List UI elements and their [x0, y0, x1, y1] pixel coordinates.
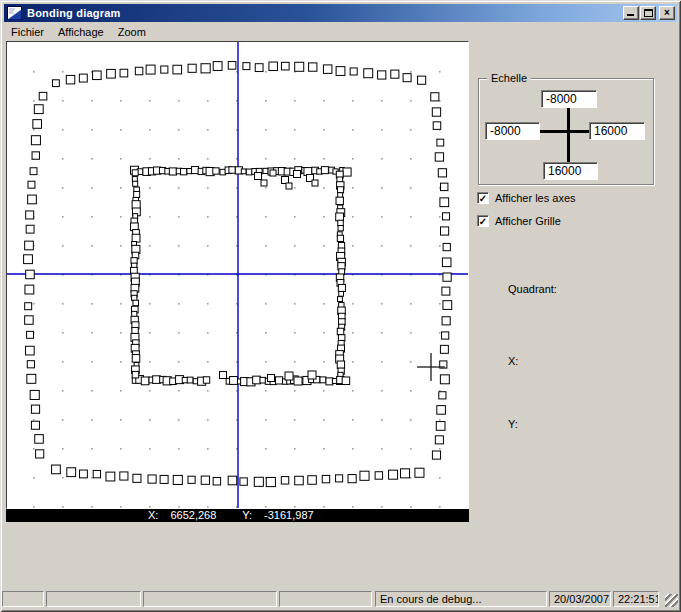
- coord-x-label: X:: [148, 509, 158, 522]
- scale-left-field[interactable]: [485, 122, 540, 140]
- maximize-button[interactable]: [640, 6, 656, 20]
- minimize-icon: [627, 14, 634, 16]
- close-icon: ×: [664, 8, 670, 18]
- menu-bar: Fichier Affichage Zoom: [4, 23, 677, 41]
- menu-affichage[interactable]: Affichage: [51, 24, 111, 40]
- show-axes-label: Afficher les axes: [495, 192, 576, 204]
- scale-right-field[interactable]: [589, 122, 645, 140]
- resize-grip-icon[interactable]: [665, 594, 678, 607]
- scale-cross-icon: [567, 108, 570, 163]
- status-message: En cours de debug...: [375, 591, 547, 607]
- show-grid-option[interactable]: ✓ Afficher Grille: [477, 215, 561, 227]
- show-axes-checkbox[interactable]: ✓: [477, 192, 489, 204]
- scale-groupbox-title: Echelle: [487, 72, 531, 84]
- scale-groupbox: Echelle: [478, 78, 654, 185]
- window-title: Bonding diagram: [27, 7, 120, 19]
- coord-x-value: 6652,268: [170, 509, 216, 522]
- scale-top-field[interactable]: [541, 90, 597, 108]
- status-panel-4: [279, 591, 372, 607]
- application-window: Bonding diagram × Fichier Affichage Zoom…: [0, 0, 681, 612]
- show-grid-label: Afficher Grille: [495, 215, 561, 227]
- minimize-button[interactable]: [623, 6, 639, 20]
- app-icon: [7, 6, 22, 20]
- readout-x-label: X:: [508, 355, 518, 367]
- title-bar[interactable]: Bonding diagram ×: [4, 4, 677, 22]
- status-panel-2: [46, 591, 141, 607]
- show-axes-option[interactable]: ✓ Afficher les axes: [477, 192, 576, 204]
- status-bar: En cours de debug... 20/03/2007 22:21:51: [2, 589, 679, 609]
- scale-cross-icon: [539, 130, 590, 133]
- coordinate-bar: X: 6652,268 Y: -3161,987: [6, 509, 469, 522]
- maximize-icon: [644, 9, 653, 17]
- show-grid-checkbox[interactable]: ✓: [477, 215, 489, 227]
- bonding-diagram-canvas[interactable]: [6, 41, 469, 509]
- menu-fichier[interactable]: Fichier: [4, 24, 51, 40]
- readout-y-label: Y:: [508, 418, 518, 430]
- scale-bottom-field[interactable]: [543, 162, 598, 180]
- close-button[interactable]: ×: [659, 6, 675, 20]
- coord-y-value: -3161,987: [264, 509, 314, 522]
- menu-zoom[interactable]: Zoom: [111, 24, 153, 40]
- quadrant-label: Quadrant:: [508, 283, 557, 295]
- coord-y-label: Y:: [242, 509, 252, 522]
- status-time: 22:21:51: [613, 591, 659, 607]
- status-date: 20/03/2007: [549, 591, 611, 607]
- status-panel-1: [2, 591, 44, 607]
- status-panel-3: [143, 591, 277, 607]
